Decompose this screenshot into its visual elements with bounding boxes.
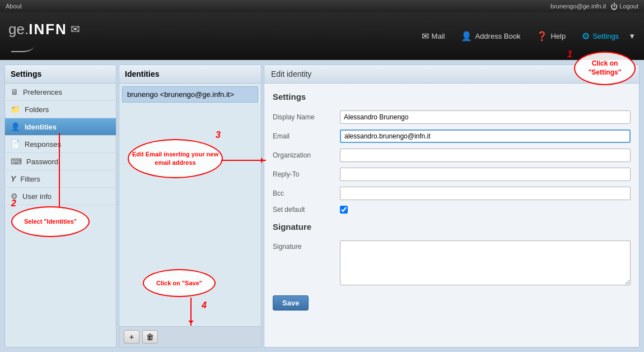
- replyto-input[interactable]: [340, 168, 631, 181]
- line-2: [59, 133, 60, 207]
- set-default-row: Set default: [273, 206, 631, 214]
- step-4-number: 4: [202, 300, 207, 311]
- help-icon: ❓: [536, 31, 548, 41]
- nav-addressbook[interactable]: 👤 Address Book: [454, 27, 527, 45]
- logo-infn: INFN: [29, 21, 67, 38]
- arrow-save: [190, 298, 192, 326]
- bcc-label: Bcc: [273, 189, 340, 197]
- callout-email: Edit Email inserting your new email addr…: [128, 139, 223, 178]
- signature-textarea[interactable]: [340, 240, 631, 285]
- callout-identities: Select "Identities": [11, 206, 90, 237]
- identities-icon: 👤: [11, 122, 20, 131]
- signature-row: Signature: [273, 240, 631, 285]
- nav-settings[interactable]: ⚙ Settings: [575, 27, 626, 45]
- sidebar-item-identities[interactable]: 👤 Identities: [5, 118, 116, 136]
- display-name-label: Display Name: [273, 113, 340, 121]
- signature-section-title: Signature: [273, 222, 631, 234]
- sidebar-title: Settings: [5, 65, 116, 84]
- sidebar-item-password[interactable]: ⌨ Password: [5, 153, 116, 170]
- replyto-label: Reply-To: [273, 170, 340, 178]
- topbar: About brunengo@ge.infn.it ⏻ Logout: [0, 0, 644, 12]
- logo-ge: ge.: [8, 21, 29, 38]
- bcc-input[interactable]: [340, 187, 631, 200]
- signature-section: Signature Signature: [273, 222, 631, 285]
- settings-icon: ⚙: [582, 31, 590, 41]
- email-input[interactable]: [340, 129, 631, 143]
- sidebar-item-filters[interactable]: Y Filters: [5, 170, 116, 188]
- step-2-number: 2: [11, 198, 16, 209]
- organization-row: Organization: [273, 149, 631, 162]
- set-default-checkbox[interactable]: [340, 206, 348, 214]
- sidebar-item-folders[interactable]: 📁 Folders: [5, 101, 116, 118]
- callout-settings: Click on "Settings": [574, 52, 636, 85]
- sidebar: Settings 🖥 Preferences 📁 Folders 👤 Ident…: [4, 64, 116, 348]
- preferences-icon: 🖥: [11, 87, 18, 96]
- display-name-input[interactable]: [340, 110, 631, 124]
- identities-toolbar: + 🗑: [119, 326, 261, 347]
- email-row: Email: [273, 129, 631, 143]
- logobar: ge. INFN ✉ ✉ Mail 👤 Address Book ❓ Help: [0, 12, 644, 60]
- arrow-email: [221, 160, 266, 161]
- nav-arrow: ▼: [628, 32, 636, 40]
- step-3-number: 3: [216, 130, 221, 140]
- identities-title: Identities: [119, 65, 261, 84]
- bcc-row: Bcc: [273, 187, 631, 200]
- user-email: brunengo@ge.infn.it: [550, 3, 606, 10]
- organization-label: Organization: [273, 151, 340, 159]
- logo: ge. INFN ✉: [8, 21, 80, 52]
- settings-section-title: Settings: [273, 92, 631, 104]
- sidebar-item-userinfo[interactable]: ⚙ User info: [5, 188, 116, 205]
- organization-input[interactable]: [340, 149, 631, 162]
- logo-envelope-icon: ✉: [71, 22, 80, 36]
- step-1-number: 1: [567, 49, 572, 59]
- edit-panel: Edit identity Settings Display Name Emai…: [264, 64, 640, 348]
- power-icon: ⏻: [610, 2, 618, 11]
- replyto-row: Reply-To: [273, 168, 631, 181]
- mail-icon: ✉: [422, 31, 429, 41]
- nav-mail[interactable]: ✉ Mail: [415, 27, 452, 45]
- display-name-row: Display Name: [273, 110, 631, 124]
- folders-icon: 📁: [11, 105, 20, 114]
- main-content: Settings 🖥 Preferences 📁 Folders 👤 Ident…: [0, 60, 644, 352]
- set-default-label: Set default: [273, 206, 340, 214]
- trash-icon: 🗑: [146, 332, 154, 341]
- delete-identity-button[interactable]: 🗑: [142, 330, 158, 344]
- callout-save: Click on "Save": [143, 269, 216, 297]
- logo-curve: [11, 41, 34, 52]
- addressbook-icon: 👤: [461, 31, 472, 41]
- logout-btn[interactable]: ⏻ Logout: [610, 2, 638, 11]
- email-label: Email: [273, 132, 340, 140]
- save-button[interactable]: Save: [273, 295, 309, 311]
- responses-icon: 📄: [11, 140, 20, 149]
- filters-icon: Y: [11, 174, 16, 183]
- sidebar-item-responses[interactable]: 📄 Responses: [5, 136, 116, 153]
- signature-label: Signature: [273, 243, 340, 251]
- nav-help[interactable]: ❓ Help: [530, 27, 572, 45]
- password-icon: ⌨: [11, 157, 22, 166]
- sidebar-item-preferences[interactable]: 🖥 Preferences: [5, 84, 116, 101]
- about-link[interactable]: About: [6, 3, 22, 10]
- identity-item[interactable]: brunengo <brunengo@ge.infn.it>: [122, 86, 258, 103]
- add-identity-button[interactable]: +: [124, 330, 139, 344]
- nav-buttons: ✉ Mail 👤 Address Book ❓ Help ⚙ Settings …: [415, 27, 636, 45]
